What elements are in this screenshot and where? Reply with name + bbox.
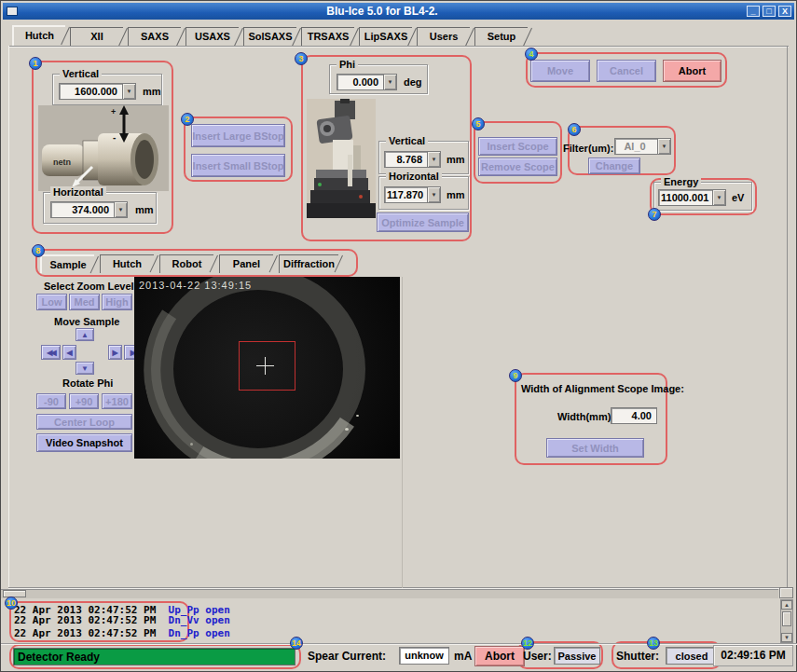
move-left-fast-icon[interactable]: ◀◀ bbox=[41, 345, 61, 360]
tab-xii[interactable]: XII bbox=[70, 27, 123, 46]
rotate-minus90-button[interactable]: -90 bbox=[36, 393, 66, 409]
zoom-low-button[interactable]: Low bbox=[36, 294, 67, 310]
video-tab-diffraction[interactable]: Diffraction bbox=[279, 254, 338, 273]
cancel-button[interactable]: Cancel bbox=[597, 60, 656, 82]
move-down-icon[interactable]: ▼ bbox=[76, 362, 94, 375]
dropdown-arrow-icon[interactable]: ▼ bbox=[383, 74, 397, 90]
video-tab-robot[interactable]: Robot bbox=[159, 254, 213, 273]
badge-number: 10 bbox=[7, 598, 16, 608]
scope-width-input[interactable]: 4.00 bbox=[611, 407, 657, 424]
remove-scope-button[interactable]: Remove Scope bbox=[478, 158, 557, 176]
horizontal-scrollbar-thumb[interactable] bbox=[3, 590, 26, 597]
filter-combo[interactable]: Al_0 ▼ bbox=[614, 138, 671, 155]
status-bar-separator bbox=[1, 643, 797, 644]
tab-usaxs[interactable]: USAXS bbox=[186, 27, 239, 46]
insert-small-bstop-button[interactable]: Insert Small BStop bbox=[191, 154, 285, 177]
video-speck bbox=[356, 415, 359, 417]
callout-badge-14: 14 bbox=[290, 637, 303, 650]
dropdown-arrow-icon[interactable]: ▼ bbox=[122, 83, 136, 100]
shutter-label: Shutter: bbox=[616, 650, 659, 663]
badge-number: 5 bbox=[475, 119, 480, 129]
rotate-phi-label: Rotate Phi bbox=[62, 377, 113, 389]
minimize-icon[interactable]: _ bbox=[747, 6, 760, 17]
detector-horizontal-value[interactable]: 374.000 bbox=[50, 201, 114, 218]
energy-value[interactable]: 11000.001 bbox=[658, 189, 712, 206]
rotate-plus180-button[interactable]: +180 bbox=[102, 393, 132, 409]
detector-horizontal-combo[interactable]: 374.000 ▼ bbox=[50, 201, 128, 218]
close-icon[interactable]: X bbox=[778, 6, 791, 17]
dropdown-arrow-icon[interactable]: ▼ bbox=[427, 186, 441, 203]
tab-users[interactable]: Users bbox=[417, 27, 470, 46]
callout-badge-10: 10 bbox=[5, 597, 18, 610]
video-tab-sample[interactable]: Sample bbox=[40, 254, 94, 273]
detector-vertical-combo[interactable]: 1600.000 ▼ bbox=[59, 83, 136, 100]
callout-badge-8: 8 bbox=[32, 244, 45, 257]
energy-combo[interactable]: 11000.001 ▼ bbox=[658, 189, 726, 206]
sample-video-feed[interactable]: 2013-04-22 13:49:15 bbox=[134, 277, 400, 459]
move-up-icon[interactable]: ▲ bbox=[76, 328, 94, 341]
sample-vertical-combo[interactable]: 8.768 ▼ bbox=[384, 151, 441, 168]
abort-button[interactable]: Abort bbox=[663, 60, 721, 82]
maximize-icon[interactable]: □ bbox=[763, 6, 776, 17]
tab-hutch[interactable]: Hutch bbox=[12, 25, 65, 46]
detector-horizontal-unit: mm bbox=[135, 204, 154, 215]
video-tab-hutch[interactable]: Hutch bbox=[100, 254, 154, 273]
tab-trsaxs[interactable]: TRSAXS bbox=[301, 27, 354, 46]
dropdown-arrow-icon[interactable]: ▼ bbox=[712, 189, 726, 206]
badge-number: 9 bbox=[513, 371, 517, 380]
log-time: 22 Apr 2013 02:47:52 PM bbox=[14, 627, 156, 639]
sample-vertical-value[interactable]: 8.768 bbox=[384, 151, 427, 168]
detector-vertical-value[interactable]: 1600.000 bbox=[59, 83, 122, 100]
video-tab-panel[interactable]: Panel bbox=[219, 254, 273, 273]
sample-horizontal-combo[interactable]: 117.870 ▼ bbox=[384, 186, 441, 203]
center-loop-button[interactable]: Center Loop bbox=[36, 414, 132, 430]
tab-lipsaxs[interactable]: LipSAXS bbox=[359, 27, 412, 46]
set-width-button[interactable]: Set Width bbox=[546, 438, 644, 458]
crosshair-icon bbox=[265, 357, 266, 375]
tab-solsaxs[interactable]: SolSAXS bbox=[243, 27, 296, 46]
scroll-down-icon[interactable]: ▼ bbox=[781, 633, 792, 642]
dropdown-arrow-icon[interactable]: ▼ bbox=[114, 201, 128, 218]
app-icon bbox=[7, 7, 18, 16]
dropdown-arrow-icon[interactable]: ▼ bbox=[427, 151, 441, 168]
filter-label: Filter(um): bbox=[563, 143, 613, 154]
zoom-high-button[interactable]: High bbox=[102, 294, 132, 310]
sample-horizontal-value[interactable]: 117.870 bbox=[384, 186, 427, 203]
energy-unit: eV bbox=[732, 192, 744, 203]
log-event: Dn_Vv open bbox=[169, 614, 230, 626]
move-right-icon[interactable]: ▶ bbox=[108, 345, 122, 360]
insert-large-bstop-button[interactable]: Insert Large BStop bbox=[191, 124, 285, 147]
callout-badge-3: 3 bbox=[295, 52, 308, 65]
user-label: User: bbox=[523, 650, 552, 663]
video-timestamp: 2013-04-22 13:49:15 bbox=[139, 280, 252, 291]
status-abort-button[interactable]: Abort bbox=[474, 646, 525, 666]
spear-current-label: Spear Current: bbox=[308, 650, 386, 663]
change-filter-button[interactable]: Change bbox=[588, 158, 640, 174]
callout-badge-1: 1 bbox=[29, 57, 42, 70]
window-title: Blu-Ice 5.0 for BL4-2. bbox=[18, 5, 747, 18]
log-vertical-scrollbar[interactable]: ▲ ▼ bbox=[780, 599, 793, 643]
badge-number: 13 bbox=[649, 638, 658, 648]
optimize-sample-button[interactable]: Optimize Sample bbox=[377, 213, 469, 232]
spear-current-unit: mA bbox=[454, 650, 472, 663]
sample-vertical-unit: mm bbox=[447, 154, 465, 165]
vertical-scrollbar-thumb[interactable] bbox=[782, 611, 791, 626]
zoom-med-button[interactable]: Med bbox=[69, 294, 100, 310]
horizontal-scrollbar[interactable] bbox=[1, 589, 778, 598]
badge-number: 14 bbox=[292, 638, 301, 648]
detector-vertical-label: Vertical bbox=[60, 68, 102, 79]
svg-text:netn: netn bbox=[53, 158, 71, 167]
phi-combo[interactable]: 0.000 ▼ bbox=[337, 74, 397, 90]
tab-setup[interactable]: Setup bbox=[474, 27, 528, 46]
tab-saxs[interactable]: SAXS bbox=[128, 27, 181, 46]
phi-value[interactable]: 0.000 bbox=[337, 74, 383, 90]
insert-scope-button[interactable]: Insert Scope bbox=[478, 137, 557, 156]
video-snapshot-button[interactable]: Video Snapshot bbox=[36, 433, 132, 452]
dropdown-arrow-icon[interactable]: ▼ bbox=[657, 138, 671, 155]
scope-width-label: Width(mm): bbox=[557, 411, 614, 422]
rotate-plus90-button[interactable]: +90 bbox=[69, 393, 99, 409]
scroll-up-icon[interactable]: ▲ bbox=[781, 600, 792, 610]
move-left-icon[interactable]: ◀ bbox=[62, 345, 76, 360]
filter-value[interactable]: Al_0 bbox=[614, 138, 657, 155]
move-button[interactable]: Move bbox=[530, 60, 590, 82]
